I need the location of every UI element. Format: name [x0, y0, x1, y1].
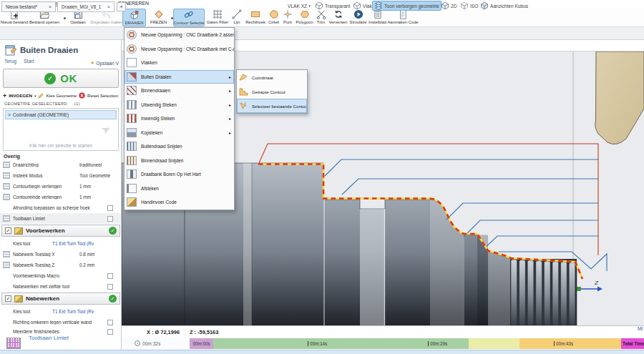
layers-icon [374, 1, 383, 10]
zelfde-tool-checkbox[interactable] [107, 284, 113, 290]
prop-row-afronding: Afronding toepassen op scherpe hoek [0, 202, 122, 213]
roughing-icon [14, 227, 23, 235]
timeline-row: 00m:32s 00m:00s 00m:14s 00m:29s 00m:43s … [122, 338, 644, 350]
simulatie-button[interactable]: Simulatie [349, 9, 367, 26]
ok-button[interactable]: ✓ OK [3, 69, 119, 88]
punt-button[interactable]: Punt [281, 9, 294, 26]
voorbewerken-tool-link[interactable]: T1 Ext Turn Tool (Rv [52, 241, 119, 246]
drilling-icon [127, 169, 137, 179]
start-link[interactable]: Start [24, 59, 34, 67]
view-iso-button[interactable]: ISO [459, 1, 479, 11]
contour-end-icon [3, 194, 10, 200]
direction-icon [3, 162, 10, 168]
menu-item-uitwendig-steken[interactable]: Uitwendig Steken ▸ [125, 98, 234, 112]
geometry-listbox[interactable]: > Coördinaat (GEOMETRIE) ➤ Klik hier om … [3, 108, 119, 151]
afronding-checkbox[interactable] [107, 205, 113, 211]
instelblad-button[interactable]: Instelblad [368, 9, 387, 26]
contour-selectie-label: Contour Selectie [174, 21, 205, 25]
external-grooving-icon [127, 100, 137, 109]
tab-draaien-mgi[interactable]: Draaien_MGi_V8_1 × [57, 1, 114, 12]
aanzichten-kubus-button[interactable]: Aanzichten Kubus [479, 1, 530, 11]
insteek-modus-value[interactable]: Tool Geometrie [79, 173, 119, 178]
submenu-item-coordinaat[interactable]: Coördinaat [237, 70, 307, 84]
menu-item-draaibank-boren[interactable]: Draaibank Boren Op Het Hart [125, 167, 234, 182]
tab-nieuw-bestand[interactable]: Nieuw bestand* × [1, 1, 56, 12]
menu-item-nieuwe-opspanning-xz[interactable]: Nieuwe Opspanning : CNC Draaibank 2 asse… [125, 28, 234, 42]
gaten-filter-button[interactable]: Gaten Filter [206, 9, 229, 26]
contoureinde-value[interactable]: 1 mm [79, 195, 119, 200]
toolbaan-limiet-link[interactable]: Toolbaan Limiet [29, 335, 69, 341]
internal-grooving-icon [127, 114, 137, 123]
open-file-label: Bestand openen [29, 20, 59, 24]
punt-label: Punt [283, 20, 292, 24]
cube-solid-icon [353, 1, 361, 10]
separator-dot [64, 17, 66, 19]
reset-selection-button[interactable]: Reset Selection [87, 93, 118, 98]
toolbaan-limiet-icon [6, 338, 21, 349]
toeslag-z-value[interactable]: 0.2 mm [79, 262, 119, 267]
macro-checkbox[interactable] [107, 273, 113, 279]
timeline-bar[interactable]: 00m:00s 00m:14s 00m:29s 00m:43s Total Ti… [190, 338, 644, 349]
play-icon [353, 9, 364, 19]
polygoon-label: Polygoon [296, 20, 313, 24]
rechthoek-label: Rechthoek [245, 20, 265, 24]
verversen-button[interactable]: Verversen [328, 9, 348, 26]
draairichting-value[interactable]: traditioneel [79, 162, 119, 167]
menu-item-buitendraad-snijden[interactable]: Buitendraad Snijden [125, 139, 234, 154]
rechthoek-button[interactable]: Rechthoek [245, 9, 266, 26]
insert-button[interactable]: INVOEGEN [9, 93, 32, 98]
submenu-item-selecteer-bestaande-contour[interactable]: Selecteer bestaande Contour [237, 99, 307, 113]
back-link[interactable]: Terug [4, 59, 16, 67]
nabewerken-section-header[interactable]: ✓ Nabewerken ✓ [1, 292, 120, 305]
frezen-button[interactable]: FREZEN [147, 9, 170, 26]
transparant-button[interactable]: Transparant [313, 1, 351, 11]
tab-close-icon[interactable]: × [103, 4, 110, 9]
toeslag-x-value[interactable]: 0.8 mm [79, 252, 119, 257]
aanmaken-code-button[interactable]: Aanmaken Code [389, 9, 417, 26]
pick-geometry-button[interactable]: Kies Geometrie [46, 93, 77, 98]
selected-geometry-item[interactable]: > Coördinaat (GEOMETRIE) [5, 110, 117, 119]
menu-item-afsteken[interactable]: Afsteken [125, 182, 234, 196]
menu-item-kopsteken[interactable]: Kopsteken ▸ [125, 126, 234, 140]
save-settings-link[interactable]: ★ Opslaan V [90, 59, 119, 67]
nabewerken-title: Nabewerken [26, 295, 59, 302]
submenu-item-getrapte-contour[interactable]: Getrapte Contour [237, 84, 307, 99]
menu-item-binnendraaien[interactable]: Binnendraaien ▸ [125, 84, 234, 98]
cube-2d-icon [441, 1, 449, 10]
menu-item-vlakken[interactable]: Vlakken [125, 56, 234, 70]
z-coordinate: Z : -59,5163 [190, 329, 218, 335]
tab-close-icon[interactable]: × [44, 4, 52, 9]
timeline-segment-orange: 00m:43s [519, 338, 621, 349]
trim-button[interactable]: Trim [315, 9, 327, 26]
limit-icon [3, 215, 10, 222]
cirkel-button[interactable]: Cirkel [267, 9, 280, 26]
contourbegin-value[interactable]: 1 mm [79, 184, 119, 189]
menu-item-binnendraad-snijden[interactable]: Binnendraad Snijden [125, 154, 234, 168]
vlak-button[interactable]: Vlak [351, 1, 374, 11]
finishsnedes-checkbox[interactable] [107, 329, 113, 335]
pencil-icon [38, 93, 44, 99]
contour-selectie-button[interactable]: Contour Selectie [173, 9, 205, 26]
menu-item-buiten-draaien[interactable]: Buiten Draaien ▸ [125, 70, 234, 84]
lijn-button[interactable]: Lijn [230, 9, 244, 26]
plane-selector[interactable]: VLAK XZ ▾ [286, 1, 312, 11]
menu-item-inwendig-steken[interactable]: Inwendig Steken ▸ [125, 112, 234, 126]
voorbewerken-checkbox[interactable]: ✓ [5, 227, 11, 234]
manual-code-icon [127, 197, 137, 207]
richting-omkeren-checkbox[interactable] [107, 320, 113, 325]
status-link[interactable]: Mi [638, 326, 643, 331]
nabewerken-tool-link[interactable]: T1 Ext Turn Tool (Rv [52, 309, 119, 314]
polygoon-button[interactable]: Polygoon [295, 9, 314, 26]
toon-verborgen-geometrie-button[interactable]: Toon verborgen geometrie [372, 1, 441, 11]
voorbewerken-section-header[interactable]: ✓ Voorbewerken ✓ [1, 225, 120, 237]
chuck-icon [127, 44, 137, 54]
view-2d-button[interactable]: 2D [439, 1, 458, 11]
nabewerken-checkbox[interactable]: ✓ [5, 295, 11, 302]
buiten-draaien-submenu: Coördinaat Getrapte Contour Selecteer be… [236, 69, 308, 114]
submenu-arrow-icon: ▸ [229, 116, 231, 121]
menu-item-nieuwe-opspanning-cas[interactable]: Nieuwe Opspanning : CNC Draaibank met C-… [125, 42, 234, 56]
new-tab-button[interactable]: + [117, 2, 126, 11]
menu-item-handinvoer-code[interactable]: Handinvoer Code [125, 195, 234, 210]
ok-check-icon: ✓ [44, 73, 56, 84]
toolbaan-limiet-checkbox[interactable] [107, 216, 113, 222]
